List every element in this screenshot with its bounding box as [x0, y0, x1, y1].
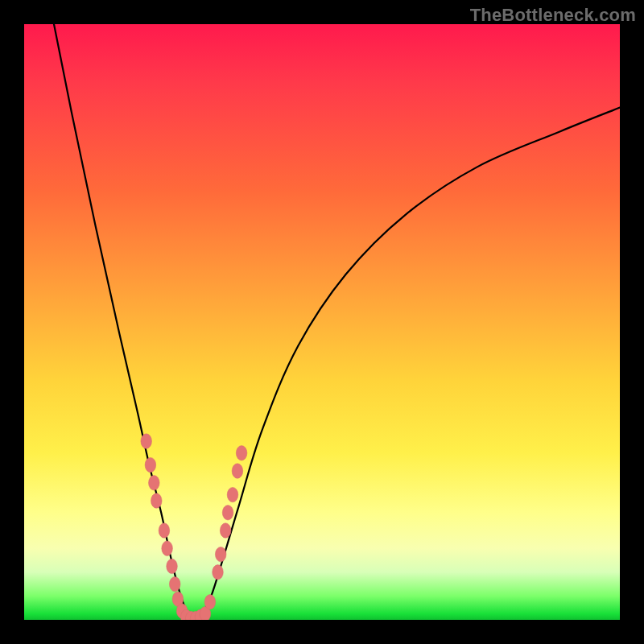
data-point-marker: [222, 506, 233, 520]
chart-frame: TheBottleneck.com: [0, 0, 644, 644]
data-point-marker: [227, 487, 238, 502]
plot-area: [24, 24, 620, 620]
data-point-marker: [167, 559, 178, 573]
data-point-marker: [236, 446, 247, 460]
bottleneck-curve-line: [54, 24, 620, 620]
data-point-marker: [204, 595, 216, 609]
data-point-marker: [162, 541, 173, 555]
data-point-marker: [213, 565, 224, 580]
chart-svg: [24, 24, 620, 620]
data-point-marker: [232, 464, 243, 478]
data-point-marker: [169, 576, 180, 591]
watermark-text: TheBottleneck.com: [470, 5, 636, 26]
data-point-marker: [145, 457, 156, 472]
data-point-marker: [141, 434, 152, 448]
data-point-marker: [149, 476, 160, 490]
data-point-marker: [151, 493, 162, 508]
marker-cluster: [141, 434, 247, 620]
data-point-marker: [215, 547, 226, 561]
data-point-marker: [220, 523, 231, 538]
data-point-marker: [159, 523, 170, 538]
